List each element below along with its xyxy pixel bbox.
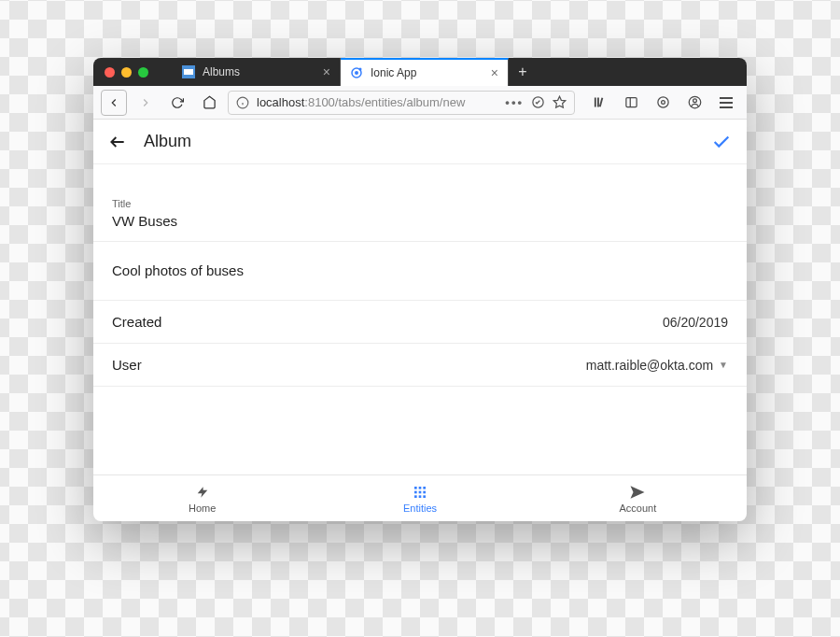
reader-icon[interactable] <box>531 95 545 109</box>
close-icon[interactable]: × <box>323 64 330 79</box>
browser-toolbar: localhost:8100/tabs/entities/album/new •… <box>93 86 747 120</box>
created-field[interactable]: Created 06/20/2019 <box>93 301 747 344</box>
created-value[interactable]: 06/20/2019 <box>663 315 728 330</box>
svg-rect-11 <box>597 98 599 107</box>
tab-label: Account <box>619 503 656 514</box>
save-button[interactable] <box>711 132 732 152</box>
browser-tab-label: Albums <box>203 65 240 78</box>
svg-point-15 <box>657 97 667 107</box>
description-field[interactable]: Cool photos of buses <box>93 242 747 301</box>
user-select-value[interactable]: matt.raible@okta.com <box>586 358 713 373</box>
bottom-tab-bar: Home Entities Account <box>93 474 747 521</box>
browser-tab-albums[interactable]: Albums × <box>173 58 341 86</box>
svg-point-16 <box>661 101 665 105</box>
app-header: Album <box>93 120 747 164</box>
svg-rect-25 <box>419 490 422 493</box>
svg-marker-20 <box>197 487 207 498</box>
svg-point-3 <box>355 71 358 75</box>
svg-rect-21 <box>414 487 417 489</box>
url-text: localhost:8100/tabs/entities/album/new <box>257 95 465 109</box>
svg-marker-30 <box>631 486 645 499</box>
title-input[interactable]: VW Buses <box>112 213 177 229</box>
page-title: Album <box>144 132 191 151</box>
svg-marker-9 <box>553 96 566 107</box>
albums-favicon-icon <box>182 65 195 78</box>
window-controls <box>105 67 148 78</box>
svg-rect-12 <box>598 97 602 106</box>
tab-home[interactable]: Home <box>93 475 311 521</box>
back-button[interactable] <box>101 90 127 116</box>
more-icon[interactable]: ••• <box>505 95 524 109</box>
send-icon <box>629 484 646 501</box>
tab-label: Entities <box>403 503 437 514</box>
user-label: User <box>112 357 142 373</box>
browser-tab-bar: Albums × Ionic App × + <box>93 58 747 86</box>
home-button[interactable] <box>196 90 222 116</box>
window-maximize-button[interactable] <box>138 67 148 78</box>
window-close-button[interactable] <box>105 67 115 78</box>
form-content: Title VW Buses Cool photos of buses Crea… <box>93 164 747 474</box>
extension-icon[interactable] <box>650 90 676 116</box>
new-tab-button[interactable]: + <box>509 58 537 86</box>
window-minimize-button[interactable] <box>121 67 132 78</box>
ionic-favicon-icon <box>350 66 363 79</box>
svg-rect-26 <box>423 490 426 493</box>
back-arrow-button[interactable] <box>108 133 127 151</box>
flash-icon <box>196 484 209 501</box>
svg-rect-1 <box>184 69 193 75</box>
menu-button[interactable] <box>713 90 739 116</box>
tab-account[interactable]: Account <box>529 475 747 521</box>
created-label: Created <box>112 314 161 330</box>
description-input[interactable]: Cool photos of buses <box>112 262 244 278</box>
svg-rect-10 <box>594 98 595 107</box>
star-icon[interactable] <box>553 95 567 109</box>
forward-button[interactable] <box>133 90 159 116</box>
svg-rect-28 <box>419 495 422 498</box>
info-icon[interactable] <box>236 96 249 109</box>
reload-button[interactable] <box>164 90 190 116</box>
close-icon[interactable]: × <box>491 65 498 80</box>
account-icon[interactable] <box>681 90 707 116</box>
svg-rect-22 <box>419 487 422 489</box>
svg-rect-29 <box>423 495 426 498</box>
svg-rect-13 <box>625 98 636 107</box>
svg-rect-23 <box>423 487 426 489</box>
apps-icon <box>413 484 427 501</box>
svg-point-4 <box>359 68 362 71</box>
title-label: Title <box>112 198 728 209</box>
tab-entities[interactable]: Entities <box>311 475 528 521</box>
svg-point-18 <box>693 99 696 103</box>
url-bar[interactable]: localhost:8100/tabs/entities/album/new •… <box>228 91 575 115</box>
library-icon[interactable] <box>586 90 612 116</box>
user-field[interactable]: User matt.raible@okta.com ▼ <box>93 344 747 387</box>
browser-tab-label: Ionic App <box>371 66 416 79</box>
title-field[interactable]: Title VW Buses <box>93 189 747 242</box>
tab-label: Home <box>189 503 216 514</box>
svg-rect-24 <box>414 490 417 493</box>
svg-rect-27 <box>414 495 417 498</box>
browser-tab-ionic-app[interactable]: Ionic App × <box>341 58 509 86</box>
sidebar-icon[interactable] <box>618 90 644 116</box>
chevron-down-icon: ▼ <box>719 360 728 370</box>
